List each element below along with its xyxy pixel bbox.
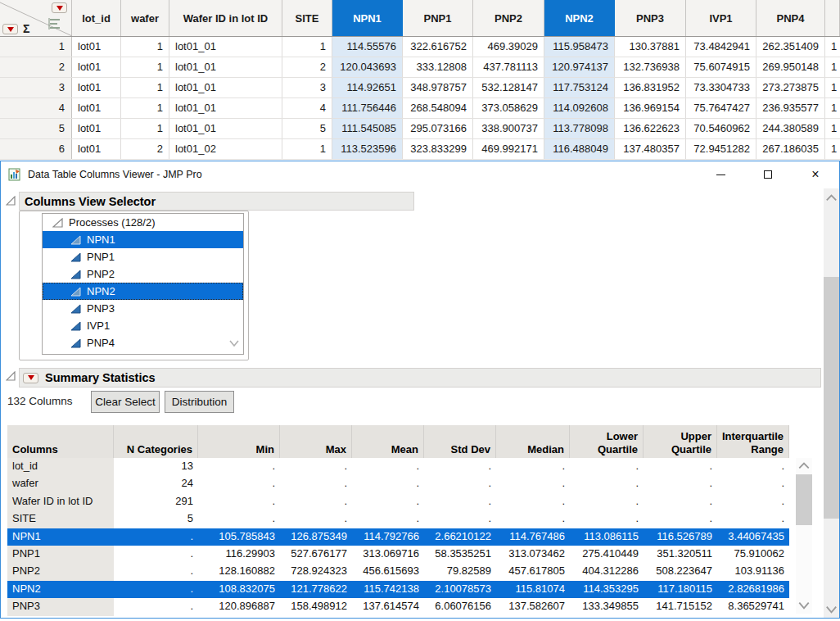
- cell-wafer[interactable]: 2: [121, 139, 169, 159]
- cell-NPN1[interactable]: 114.92651: [332, 78, 403, 97]
- cell-NPN1[interactable]: 111.756446: [332, 98, 403, 118]
- stats-header-Max[interactable]: Max: [280, 425, 352, 458]
- window-scroll-up-icon[interactable]: [824, 192, 839, 205]
- grid-row-2[interactable]: 2lot011lot01_012120.043693333.12808437.7…: [0, 57, 840, 78]
- cell-lot_id[interactable]: lot01: [72, 139, 121, 159]
- cell-wafer[interactable]: 1: [121, 57, 169, 77]
- column-header-lot_id[interactable]: lot_id: [72, 0, 121, 36]
- grid-row-1[interactable]: 1lot011lot01_011114.55576322.616752469.3…: [0, 37, 840, 57]
- cell-PNP3[interactable]: 136.622623: [615, 119, 686, 138]
- cell-IVP1[interactable]: 73.4842941: [686, 37, 756, 57]
- table-red-triangle-menu[interactable]: [52, 2, 67, 13]
- cell-NPN1[interactable]: 113.523596: [332, 139, 403, 159]
- column-header-Wafer ID in lot ID[interactable]: Wafer ID in lot ID: [169, 0, 282, 36]
- cell-wafer[interactable]: 1: [121, 37, 169, 57]
- stats-row-wafer[interactable]: wafer24........: [7, 475, 789, 492]
- tree-item-NPN2[interactable]: NPN2: [43, 283, 243, 300]
- stats-header-Upper-Quartile[interactable]: Upper Quartile: [644, 425, 717, 458]
- cell-Wafer ID in lot ID[interactable]: lot01_01: [169, 98, 282, 118]
- cell-IVP1[interactable]: 75.6074915: [686, 57, 756, 77]
- distribution-button[interactable]: Distribution: [165, 391, 234, 413]
- row-number[interactable]: 2: [0, 57, 72, 77]
- cell-PNP3[interactable]: 136.831952: [615, 78, 686, 97]
- summary-red-triangle-menu[interactable]: [23, 373, 38, 383]
- column-header-PNP3[interactable]: PNP3: [615, 0, 686, 36]
- cell-PNP4[interactable]: 269.950148: [756, 57, 825, 77]
- grid-row-5[interactable]: 5lot011lot01_015111.545085295.073166338.…: [0, 119, 840, 139]
- cell-NPN1[interactable]: 114.55576: [332, 37, 403, 57]
- disclosure-open-icon[interactable]: [52, 218, 63, 228]
- cell-NPN2[interactable]: 117.753124: [544, 78, 615, 97]
- cell-NPN2[interactable]: 115.958473: [544, 37, 615, 57]
- cell-PNP2[interactable]: 469.992171: [473, 139, 544, 159]
- row-number[interactable]: 6: [0, 139, 72, 159]
- stats-row-NPN1[interactable]: NPN1.105.785843126.875349114.7927662.662…: [7, 528, 789, 546]
- cell-wafer[interactable]: 1: [121, 98, 169, 118]
- column-tree-listbox[interactable]: Processes (128/2) NPN1PNP1PNP2NPN2PNP3IV…: [42, 213, 244, 355]
- listbox-scroll-down-icon[interactable]: [228, 338, 241, 349]
- grid-row-4[interactable]: 4lot011lot01_014111.756446268.548094373.…: [0, 98, 840, 119]
- stats-row-NPN2[interactable]: NPN2.108.832075121.778622115.7421382.100…: [7, 581, 789, 598]
- cell-PNP4[interactable]: 273.273875: [756, 78, 825, 97]
- cell-PNP3[interactable]: 136.969154: [615, 98, 686, 118]
- stats-header-Min[interactable]: Min: [198, 425, 280, 458]
- cell-SITE[interactable]: 2: [282, 57, 332, 77]
- stats-header-Mean[interactable]: Mean: [352, 425, 424, 458]
- cell-PNP3[interactable]: 137.480357: [615, 139, 686, 159]
- cell-SITE[interactable]: 4: [282, 98, 332, 118]
- tree-item-PNP3[interactable]: PNP3: [43, 300, 243, 317]
- cell-Wafer ID in lot ID[interactable]: lot01_01: [169, 57, 282, 77]
- cell-wafer[interactable]: 1: [121, 119, 169, 138]
- row-number[interactable]: 3: [0, 78, 72, 97]
- minimize-button[interactable]: [697, 161, 744, 188]
- selector-panel-header[interactable]: Columns View Selector: [19, 192, 414, 211]
- stats-header-Median[interactable]: Median: [496, 425, 570, 458]
- stats-table-scrollbar[interactable]: [796, 458, 812, 614]
- cell-PNP4[interactable]: 236.935577: [756, 98, 825, 118]
- cell-SITE[interactable]: 3: [282, 78, 332, 97]
- cell-PNP3[interactable]: 132.736938: [615, 57, 686, 77]
- cell-lot_id[interactable]: lot01: [72, 119, 121, 138]
- row-number[interactable]: 4: [0, 98, 72, 118]
- grid-row-6[interactable]: 6lot012lot01_021113.523596323.833299469.…: [0, 139, 840, 160]
- cell-Wafer ID in lot ID[interactable]: lot01_01: [169, 119, 282, 138]
- maximize-button[interactable]: [744, 161, 792, 188]
- summary-collapse-icon[interactable]: [6, 371, 16, 381]
- window-scrollbar-thumb[interactable]: [824, 277, 839, 519]
- cell-PNP1[interactable]: 322.616752: [403, 37, 473, 57]
- cell-PNP1[interactable]: 333.12808: [403, 57, 473, 77]
- stats-header-Lower-Quartile[interactable]: Lower Quartile: [570, 425, 644, 458]
- cell-SITE[interactable]: 1: [282, 37, 332, 57]
- stats-scroll-down-icon[interactable]: [796, 599, 812, 612]
- column-header-IVP1[interactable]: IVP1: [686, 0, 756, 36]
- stats-header-Columns[interactable]: Columns: [7, 425, 114, 458]
- stats-header-N-Categories[interactable]: N Categories: [114, 425, 198, 458]
- selector-collapse-icon[interactable]: [6, 196, 16, 206]
- row-number[interactable]: 5: [0, 119, 72, 138]
- cell-NPN2[interactable]: 120.974137: [544, 57, 615, 77]
- tree-item-PNP1[interactable]: PNP1: [43, 248, 243, 265]
- column-header-NPN1[interactable]: NPN1: [332, 0, 403, 36]
- cell-PNP2[interactable]: 373.058629: [473, 98, 544, 118]
- cell-lot_id[interactable]: lot01: [72, 57, 121, 77]
- cell-PNP1[interactable]: 348.978757: [403, 78, 473, 97]
- cell-PNP2[interactable]: 469.39029: [473, 37, 544, 57]
- cell-NPN2[interactable]: 114.092608: [544, 98, 615, 118]
- column-header-PNP4[interactable]: PNP4: [756, 0, 825, 36]
- window-scrollbar[interactable]: [824, 188, 839, 618]
- sigma-icon[interactable]: Σ: [23, 22, 29, 35]
- cell-SITE[interactable]: 5: [282, 119, 332, 138]
- column-header-PNP1[interactable]: PNP1: [403, 0, 473, 36]
- cell-IVP1[interactable]: 73.3304733: [686, 78, 756, 97]
- cell-PNP4[interactable]: 267.186035: [756, 139, 825, 159]
- cell-lot_id[interactable]: lot01: [72, 37, 121, 57]
- row-number[interactable]: 1: [0, 37, 72, 57]
- grid-row-3[interactable]: 3lot011lot01_013114.92651348.978757532.1…: [0, 78, 840, 98]
- cell-lot_id[interactable]: lot01: [72, 98, 121, 118]
- cell-PNP1[interactable]: 323.833299: [403, 139, 473, 159]
- stats-row-PNP2[interactable]: PNP2.128.160882728.924323456.61569379.82…: [7, 563, 789, 580]
- cell-PNP4[interactable]: 262.351409: [756, 37, 825, 57]
- cell-PNP4[interactable]: 244.380589: [756, 119, 825, 138]
- cell-IVP1[interactable]: 70.5460962: [686, 119, 756, 138]
- tree-item-NPN1[interactable]: NPN1: [43, 231, 243, 248]
